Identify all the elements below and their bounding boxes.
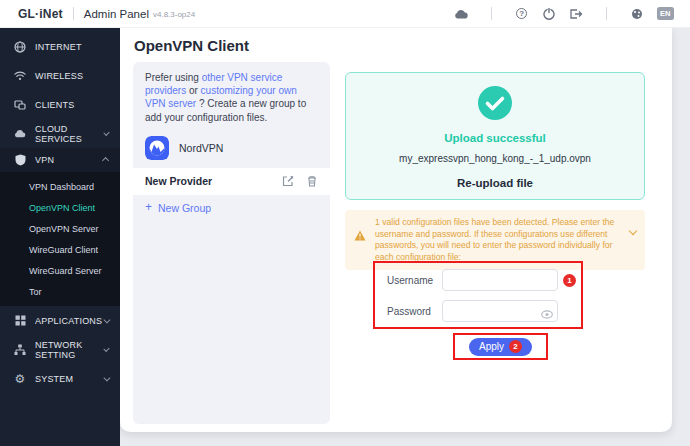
username-input[interactable] — [442, 269, 558, 291]
sidebar-item-label: CLOUD SERVICES — [35, 124, 104, 144]
sidebar-item-network-setting[interactable]: NETWORK SETTING — [0, 335, 120, 364]
sidebar-item-label: APPLICATIONS — [35, 316, 102, 326]
firmware-version: v4.8.3-op24 — [153, 10, 195, 19]
sidebar-item-wireless[interactable]: WIRELESS — [0, 61, 120, 90]
intro-text-start: Prefer using — [145, 72, 202, 83]
gear-icon: ⚙ — [14, 373, 26, 385]
sidebar-item-label: WIRELESS — [35, 71, 83, 81]
cloud-icon — [14, 128, 26, 140]
apply-annotation-box: Apply 2 — [453, 333, 548, 360]
vpn-submenu: VPN Dashboard OpenVPN Client OpenVPN Ser… — [0, 172, 120, 306]
sidebar-item-label: INTERNET — [35, 42, 82, 52]
collapse-chevron-icon[interactable] — [629, 227, 637, 235]
group-name: New Provider — [145, 175, 212, 187]
upload-success-panel: Upload successful my_expressvpn_hong_kon… — [345, 72, 645, 200]
sidebar-item-clients[interactable]: CLIENTS — [0, 90, 120, 119]
sidebar-item-tor[interactable]: Tor — [0, 281, 120, 302]
submenu-label: Tor — [29, 287, 42, 297]
sidebar-item-vpn[interactable]: VPN — [0, 148, 120, 172]
chevron-down-icon — [103, 317, 109, 323]
cloud-icon[interactable] — [454, 7, 468, 21]
wifi-icon — [14, 70, 26, 82]
network-icon — [14, 344, 26, 356]
submenu-label: OpenVPN Server — [29, 224, 99, 234]
sidebar-item-label: CLIENTS — [35, 100, 74, 110]
sidebar-item-applications[interactable]: APPLICATIONS — [0, 306, 120, 335]
apply-label: Apply — [479, 341, 504, 352]
language-selector[interactable]: EN — [657, 7, 674, 20]
credentials-annotation-box: Username Password 1 — [373, 261, 583, 329]
submenu-label: OpenVPN Client — [29, 203, 95, 213]
header-divider — [606, 7, 607, 20]
top-header: GL·iNet Admin Panel v4.8.3-op24 ? EN — [0, 0, 690, 28]
nordvpn-icon — [145, 136, 169, 160]
list-item-nordvpn[interactable]: NordVPN — [133, 132, 330, 165]
apply-button[interactable]: Apply 2 — [469, 338, 532, 356]
header-divider — [491, 7, 492, 20]
reupload-button[interactable]: Re-upload file — [457, 177, 533, 189]
submenu-label: WireGuard Server — [29, 266, 102, 276]
edit-icon[interactable] — [282, 175, 294, 187]
password-field-wrap — [442, 300, 558, 322]
notice-text: 1 valid configuration files have been de… — [375, 217, 619, 263]
sidebar-item-label: SYSTEM — [35, 374, 73, 384]
chevron-up-icon — [102, 158, 108, 164]
sidebar-item-label: NETWORK SETTING — [35, 340, 104, 360]
delete-icon[interactable] — [306, 175, 318, 187]
sidebar-item-label: VPN — [35, 155, 54, 165]
uploaded-filename: my_expressvpn_hong_kong_-_1_udp.ovpn — [399, 153, 591, 164]
logout-icon[interactable] — [569, 7, 583, 21]
intro-text-mid: or — [186, 85, 200, 96]
sidebar: INTERNET WIRELESS CLIENTS CLOUD SERVICES — [0, 28, 120, 446]
brand-logo: GL·iNet — [18, 7, 63, 21]
provider-name: NordVPN — [179, 142, 223, 154]
show-password-icon[interactable] — [541, 305, 553, 323]
sidebar-item-openvpn-server[interactable]: OpenVPN Server — [0, 218, 120, 239]
theme-icon[interactable] — [630, 7, 644, 21]
sidebar-item-openvpn-client[interactable]: OpenVPN Client — [0, 197, 120, 218]
sidebar-item-internet[interactable]: INTERNET — [0, 32, 120, 61]
header-actions: ? EN — [454, 7, 674, 21]
sidebar-item-system[interactable]: ⚙ SYSTEM — [0, 364, 120, 393]
submenu-label: WireGuard Client — [29, 245, 98, 255]
username-row: Username — [387, 269, 581, 291]
plus-icon: + — [145, 200, 152, 214]
chevron-down-icon — [104, 130, 110, 136]
reboot-icon[interactable] — [542, 7, 556, 21]
sidebar-item-wireguard-server[interactable]: WireGuard Server — [0, 260, 120, 281]
sidebar-item-vpn-dashboard[interactable]: VPN Dashboard — [0, 176, 120, 197]
step-badge-1: 1 — [563, 274, 576, 287]
shield-icon — [14, 154, 26, 166]
upload-status-text: Upload successful — [444, 132, 546, 144]
vpn-groups-panel: Prefer using other VPN service providers… — [133, 62, 330, 424]
main-content: OpenVPN Client Prefer using other VPN se… — [120, 28, 672, 432]
intro-text: Prefer using other VPN service providers… — [133, 62, 330, 132]
list-item-new-provider[interactable]: New Provider — [133, 168, 330, 195]
sidebar-item-cloud-services[interactable]: CLOUD SERVICES — [0, 119, 120, 148]
step-badge-2: 2 — [509, 340, 522, 353]
password-label: Password — [387, 306, 442, 317]
submenu-label: VPN Dashboard — [29, 182, 94, 192]
globe-icon — [14, 41, 26, 53]
help-icon[interactable]: ? — [515, 7, 529, 21]
new-group-button[interactable]: + New Group — [133, 195, 330, 221]
page-title: OpenVPN Client — [134, 37, 249, 54]
username-label: Username — [387, 275, 442, 286]
header-divider — [73, 7, 74, 20]
group-actions — [282, 175, 318, 187]
chevron-down-icon — [103, 375, 109, 381]
admin-panel-page: GL·iNet Admin Panel v4.8.3-op24 ? EN — [0, 0, 690, 446]
clients-icon — [14, 99, 26, 111]
warning-icon — [354, 227, 366, 245]
new-group-label: New Group — [158, 202, 211, 214]
apps-icon — [14, 315, 26, 327]
app-title: Admin Panel — [84, 8, 149, 20]
sidebar-item-wireguard-client[interactable]: WireGuard Client — [0, 239, 120, 260]
check-circle-icon — [478, 86, 512, 124]
chevron-down-icon — [104, 346, 110, 352]
password-row: Password — [387, 300, 581, 322]
